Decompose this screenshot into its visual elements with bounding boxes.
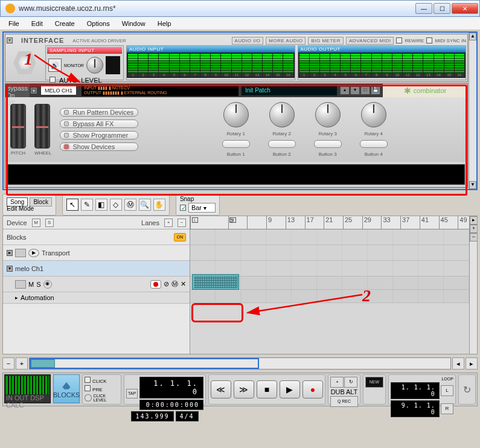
button-4[interactable] — [360, 140, 388, 148]
device-name-tape[interactable]: MELO CH1 — [40, 86, 77, 95]
melo-record-arm[interactable] — [150, 280, 161, 289]
pre-checkbox[interactable] — [85, 385, 91, 391]
mute-tool[interactable]: Ⓜ — [124, 199, 136, 211]
h-scroll-left[interactable]: ◂ — [452, 357, 464, 370]
rewire-checkbox[interactable] — [396, 37, 402, 43]
melo-lane[interactable]: M S ◉ ⊘ Ⓜ ✕ — [3, 277, 190, 292]
global-solo-button[interactable]: S — [45, 219, 54, 227]
pencil-tool[interactable]: ✎ — [81, 199, 93, 211]
lane-mute-button[interactable]: Ⓜ — [171, 280, 178, 289]
window-minimize-button[interactable]: — — [415, 3, 432, 14]
position-display[interactable]: 1. 1. 1. 0 — [139, 377, 203, 398]
mod-wheel[interactable] — [34, 104, 50, 149]
loop-left-display[interactable]: 1. 1. 1. 0 — [391, 382, 440, 399]
patch-prev-button[interactable]: ▴ — [340, 86, 350, 95]
button-1[interactable] — [222, 140, 250, 148]
time-display[interactable]: 0:00:00:000 — [139, 400, 203, 410]
tab-audio-io[interactable]: AUDIO I/O — [232, 37, 264, 45]
window-maximize-button[interactable]: ☐ — [434, 3, 450, 14]
tab-big-meter[interactable]: BIG METER — [308, 37, 344, 45]
loop-right-display[interactable]: 9. 1. 1. 0 — [391, 400, 440, 417]
melo-select-icon[interactable]: ◉ — [43, 280, 52, 289]
rotary-3-knob[interactable] — [315, 102, 341, 127]
global-mute-button[interactable]: M — [32, 219, 40, 227]
sample-button[interactable]: 🔊 — [48, 59, 62, 72]
timeline-ruler[interactable]: LR5913172125293337414549 — [190, 216, 477, 229]
button-3[interactable] — [314, 140, 342, 148]
h-scroll-right[interactable]: ▸ — [466, 357, 478, 370]
overview-track[interactable] — [29, 357, 451, 370]
menu-window[interactable]: Window — [117, 19, 150, 28]
arrangement-view[interactable]: LR5913172125293337414549 ▸ + − — [190, 216, 477, 354]
blocks-mode-button[interactable]: BLOCKS — [53, 374, 80, 403]
blocks-lane-area[interactable] — [190, 229, 477, 245]
clip-lanes[interactable] — [190, 229, 477, 303]
run-pattern-devices-button[interactable]: Run Pattern Devices — [60, 108, 138, 117]
transport-fold[interactable]: ▸ — [7, 250, 13, 256]
window-close-button[interactable]: ✕ — [452, 3, 478, 14]
snap-checkbox[interactable]: ✓ — [180, 205, 186, 211]
button-2[interactable] — [268, 140, 296, 148]
snap-value-select[interactable]: Bar ▾ — [188, 203, 216, 213]
eraser-tool[interactable]: ◧ — [95, 199, 107, 211]
zoom-in-v[interactable]: + — [470, 225, 477, 233]
new-alt-button[interactable]: NEW — [365, 377, 383, 388]
overview-viewport[interactable] — [30, 358, 259, 369]
bypass-all-fx-button[interactable]: Bypass All FX — [60, 120, 138, 128]
patch-name-display[interactable]: Init Patch — [241, 85, 338, 96]
scroll-up-button[interactable]: ▲ — [469, 33, 476, 40]
transport-lane-area[interactable] — [190, 245, 477, 261]
patch-save-button[interactable]: 💾 — [371, 86, 380, 95]
midisync-checkbox[interactable] — [426, 37, 432, 43]
play-button[interactable]: ▶ — [280, 380, 300, 398]
tab-more-audio[interactable]: MORE AUDIO — [266, 37, 306, 45]
loop-toggle-btn[interactable]: ↻ — [344, 377, 357, 388]
signature-display[interactable]: 4/4 — [176, 411, 199, 421]
automation-reset[interactable]: ↻ — [458, 374, 476, 405]
follow-button[interactable]: ▸ — [470, 216, 477, 225]
menu-options[interactable]: Options — [82, 19, 115, 28]
razor-tool[interactable]: ◇ — [110, 199, 122, 211]
hand-tool[interactable]: ✋ — [153, 199, 165, 211]
stop-button[interactable]: ■ — [257, 380, 277, 398]
remove-lane-button[interactable]: − — [178, 219, 186, 227]
record-button[interactable]: ● — [302, 380, 323, 398]
new-overdub-plus[interactable]: + — [330, 377, 344, 388]
transport-track[interactable]: ▸ ▶ Transport — [3, 245, 190, 261]
zoom-out-h[interactable]: − — [2, 357, 14, 370]
scroll-down-button[interactable]: ▼ — [469, 181, 476, 189]
blocks-track[interactable]: Blocks ON — [3, 229, 190, 245]
tab-advanced-midi[interactable]: ADVANCED MIDI — [346, 37, 394, 45]
q-rec-button[interactable]: Q REC — [330, 396, 358, 407]
loop-l-button[interactable]: L — [441, 385, 453, 396]
melo-solo[interactable]: S — [36, 281, 40, 288]
zoom-out-v[interactable]: − — [470, 233, 477, 242]
show-programmer-button[interactable]: Show Programmer — [60, 131, 138, 139]
menu-create[interactable]: Create — [50, 19, 80, 28]
pitch-wheel[interactable] — [10, 104, 26, 149]
melo-mute[interactable]: M — [28, 281, 34, 288]
auto-checkbox[interactable] — [50, 77, 56, 83]
edit-mode-button[interactable]: Edit Mode — [7, 205, 34, 212]
show-devices-button[interactable]: Show Devices — [60, 142, 138, 151]
ffwd-button[interactable]: ≫ — [234, 380, 254, 398]
melo-track[interactable]: ▾ melo Ch1 — [3, 261, 190, 277]
lane-protect-button[interactable]: ⊘ — [164, 280, 169, 288]
menu-edit[interactable]: Edit — [27, 19, 48, 28]
rotary-4-knob[interactable] — [361, 102, 386, 127]
bypass-switch[interactable]: Bypass On Off — [5, 84, 30, 97]
click-checkbox[interactable] — [85, 377, 91, 383]
audio-clip[interactable] — [192, 274, 239, 290]
automation-lane-area[interactable] — [190, 290, 477, 303]
zoom-in-h[interactable]: + — [16, 357, 28, 370]
automation-lane[interactable]: ▸ Automation — [3, 292, 190, 304]
rotary-1-knob[interactable] — [223, 102, 249, 127]
rewind-button[interactable]: ≪ — [211, 380, 231, 398]
combinator-fold-toggle[interactable]: ▾ — [31, 88, 37, 94]
add-lane-button[interactable]: + — [164, 219, 173, 227]
magnify-tool[interactable]: 🔍 — [139, 199, 151, 211]
menu-help[interactable]: Help — [153, 19, 176, 28]
interface-fold-toggle[interactable]: ▾ — [7, 37, 13, 43]
rotary-2-knob[interactable] — [269, 102, 295, 127]
lane-delete-button[interactable]: ✕ — [181, 280, 186, 288]
